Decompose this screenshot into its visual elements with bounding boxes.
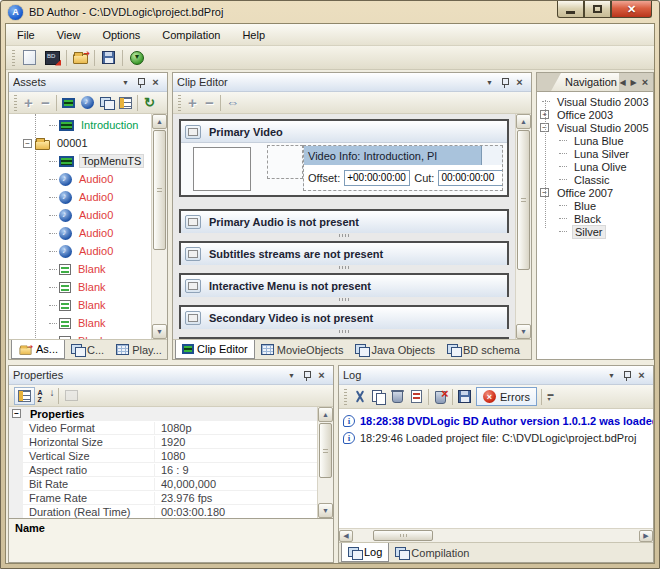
clip-block[interactable]: Video Info: Introduction, Pl Offset: Cut… [303,145,503,191]
nav-scroll-right-button[interactable]: ▶ [628,75,639,89]
log-horizontal-scrollbar[interactable]: ◀ ▶ [339,528,653,542]
properties-close-button[interactable]: × [314,368,329,382]
report-button[interactable] [407,386,426,407]
toolbar-grip[interactable] [178,95,181,111]
properties-pin-button[interactable] [299,368,314,382]
clip-editor-pin-button[interactable] [497,75,512,89]
properties-scrollbar[interactable]: ▲ ▼ [317,407,333,518]
open-project-button[interactable] [69,47,92,68]
scrollbar-thumb[interactable] [373,530,433,541]
tab-compilation-left[interactable]: C... [65,340,110,359]
tree-item[interactable]: Audio0 [9,224,151,242]
tab-bd-schema[interactable]: BD schema [441,340,526,359]
save-log-button[interactable] [455,386,474,407]
tab-clip-editor[interactable]: Clip Editor [175,340,255,359]
tree-item[interactable]: Luna Olive [537,160,653,173]
collapse-expander[interactable]: − [12,409,21,418]
section-grip[interactable] [339,330,349,333]
scroll-up-icon[interactable]: ▲ [152,114,167,129]
scroll-left-icon[interactable]: ◀ [339,530,353,542]
assets-scrollbar[interactable]: ▲ ▼ [151,114,167,339]
offset-input[interactable] [344,170,410,186]
tree-item-selected[interactable]: Silver [537,225,653,238]
add-subtitle-button[interactable] [97,92,116,113]
log-pin-button[interactable] [619,368,634,382]
scrollbar-thumb[interactable] [153,130,166,250]
collapse-expander[interactable]: − [23,139,32,148]
tree-item[interactable]: Blank [9,332,151,339]
toolbar-overflow-button[interactable]: ▬▾ [544,389,557,405]
tree-item[interactable]: Visual Studio 2003 [537,95,653,108]
assets-menu-button[interactable] [118,75,133,89]
tree-item[interactable]: Classic [537,173,653,186]
property-row[interactable]: Frame Rate23.976 fps [9,491,317,505]
property-row[interactable]: Video Format1080p [9,421,317,435]
copy-button[interactable] [369,386,388,407]
maximize-button[interactable] [584,1,611,18]
tree-item[interactable]: −00001 [9,134,151,152]
tree-item[interactable]: Blank [9,314,151,332]
new-bd-project-button[interactable] [41,47,64,68]
video-thumbnail[interactable] [193,147,251,191]
delete-button[interactable] [388,386,407,407]
menu-help[interactable]: Help [231,26,276,44]
tab-log[interactable]: Log [341,543,389,562]
scroll-up-icon[interactable]: ▲ [318,407,333,422]
tree-item[interactable]: Audio0 [9,206,151,224]
clip-editor-scrollbar[interactable]: ▲ ▼ [515,114,531,339]
clip-editor-close-button[interactable]: × [512,75,527,89]
add-asset-button[interactable]: + [20,92,37,113]
menu-compilation[interactable]: Compilation [151,26,231,44]
assets-pin-button[interactable] [133,75,148,89]
scroll-right-icon[interactable]: ▶ [639,530,653,542]
sort-az-button[interactable]: AZ [35,385,56,406]
tree-item[interactable]: Blank [9,260,151,278]
section-toggle-button[interactable] [185,311,201,325]
section-toggle-button[interactable] [185,247,201,261]
toolbar-grip[interactable] [12,50,15,66]
scroll-down-icon[interactable]: ▼ [318,503,333,518]
close-button[interactable]: ✕ [611,1,652,18]
tree-item[interactable]: Blue [537,199,653,212]
scroll-up-icon[interactable]: ▲ [516,114,531,129]
tab-playlists[interactable]: Play... [110,340,168,359]
errors-toggle-button[interactable]: × Errors [476,387,537,406]
toolbar-grip[interactable] [14,95,17,111]
menu-view[interactable]: View [46,26,92,44]
new-document-button[interactable] [18,47,41,68]
section-toggle-button[interactable] [185,279,201,293]
nav-close-button[interactable]: × [639,75,651,89]
tree-item[interactable]: Audio0 [9,188,151,206]
log-entry[interactable]: i18:29:46 Loaded project file: C:\DVDLog… [343,429,649,446]
tab-movieobjects[interactable]: MovieObjects [255,340,350,359]
clip-exchange-button[interactable]: ⇔ [223,92,242,113]
section-grip[interactable] [339,298,349,301]
menu-options[interactable]: Options [91,26,151,44]
cut-button[interactable] [350,386,369,407]
tree-item[interactable]: −Office 2007 [537,186,653,199]
log-menu-button[interactable] [604,368,619,382]
clip-drop-area[interactable] [267,145,303,179]
scrollbar-thumb[interactable] [517,130,530,270]
navigation-tree-title[interactable]: Navigation Tree [551,73,619,91]
add-video-button[interactable] [59,92,78,113]
property-row[interactable]: Duration (Real Time)00:03:00.180 [9,505,317,518]
compile-button[interactable] [125,47,148,68]
log-entry[interactable]: i18:28:38 DVDLogic BD Author version 1.0… [343,412,649,429]
tab-compilation[interactable]: Compilation [389,543,475,562]
toolbar-grip[interactable] [344,389,347,405]
tree-item-selected[interactable]: TopMenuTS [9,152,151,170]
tab-assets[interactable]: As... [11,340,65,359]
scrollbar-thumb[interactable] [319,423,332,478]
tree-item[interactable]: Blank [9,296,151,314]
clip-add-button[interactable]: + [184,92,201,113]
clip-editor-menu-button[interactable] [482,75,497,89]
section-toggle-button[interactable] [185,215,201,229]
section-grip[interactable] [339,266,349,269]
properties-menu-button[interactable] [284,368,299,382]
property-category-row[interactable]: −Properties [9,407,317,421]
tree-item[interactable]: +Office 2003 [537,108,653,121]
tree-item[interactable]: −Visual Studio 2005 [537,121,653,134]
scroll-down-icon[interactable]: ▼ [152,324,167,339]
section-toggle-button[interactable] [185,125,201,139]
